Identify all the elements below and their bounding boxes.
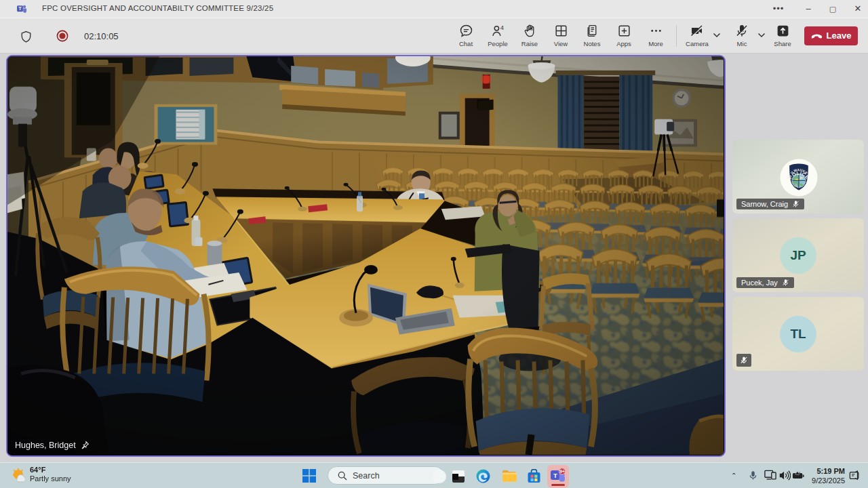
- svg-text:T: T: [18, 5, 22, 12]
- svg-text:9+: 9+: [559, 469, 565, 474]
- svg-text:4: 4: [500, 24, 503, 31]
- svg-text:T: T: [553, 472, 557, 479]
